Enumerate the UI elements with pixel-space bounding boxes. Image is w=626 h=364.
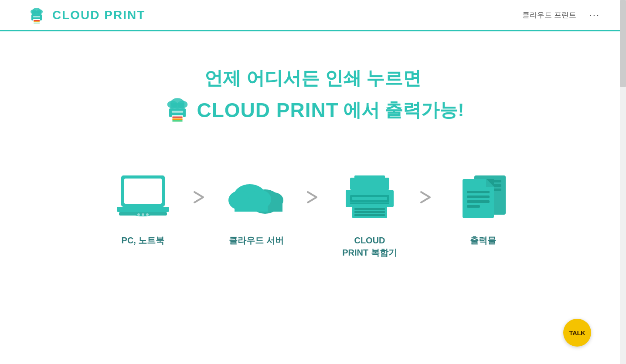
svg-rect-22 xyxy=(117,207,169,212)
svg-rect-21 xyxy=(124,179,162,204)
hero-suffix-text: 에서 출력가능! xyxy=(343,98,464,122)
logo-area[interactable]: CLOUD PRINT xyxy=(26,5,145,26)
svg-rect-37 xyxy=(354,175,385,184)
svg-point-26 xyxy=(142,213,144,216)
svg-point-25 xyxy=(137,213,140,216)
flow-item-pc: PC, 노트북 xyxy=(104,169,182,246)
hero-printer-icon xyxy=(162,95,193,125)
svg-rect-41 xyxy=(350,202,389,204)
printer-icon xyxy=(339,169,400,226)
svg-rect-43 xyxy=(354,208,385,210)
laptop-svg xyxy=(115,173,171,221)
printer-svg xyxy=(339,171,400,223)
svg-rect-54 xyxy=(467,195,490,198)
talk-button-label: TALK xyxy=(569,329,585,337)
logo-printer-icon xyxy=(26,5,47,26)
laptop-icon xyxy=(112,169,174,226)
flow-arrow-2 xyxy=(296,169,330,226)
svg-rect-15 xyxy=(171,111,183,112)
svg-rect-44 xyxy=(354,211,385,213)
hero-brand-text: CLOUD PRINT xyxy=(197,98,339,122)
arrow-right-icon-3 xyxy=(418,189,435,206)
flow-label-cloud: 클라우드 서버 xyxy=(229,234,284,246)
svg-rect-35 xyxy=(235,199,268,212)
svg-rect-17 xyxy=(172,117,182,118)
nav-link-cloud-print[interactable]: 클라우드 프린트 xyxy=(522,10,576,20)
scrollbar-track[interactable] xyxy=(620,0,626,364)
svg-rect-40 xyxy=(352,197,387,200)
document-icon xyxy=(452,169,514,226)
flow-item-printer: CLOUD PRINT 복합기 xyxy=(330,169,409,259)
svg-rect-18 xyxy=(172,118,182,120)
header: CLOUD PRINT 클라우드 프린트 ··· xyxy=(0,0,626,31)
nav-more-button[interactable]: ··· xyxy=(589,10,600,21)
svg-rect-13 xyxy=(170,103,184,108)
flow-label-printer: CLOUD PRINT 복합기 xyxy=(342,234,397,259)
hero-section: 언제 어디서든 인쇄 누르면 CLOUD PRINT 에서 출력가능! xyxy=(0,31,626,152)
flow-section: PC, 노트북 클라우드 서버 xyxy=(0,152,626,285)
svg-rect-56 xyxy=(467,205,480,208)
flow-arrow-3 xyxy=(409,169,444,226)
flow-label-output: 출력물 xyxy=(470,234,496,246)
svg-rect-45 xyxy=(354,214,385,216)
svg-rect-53 xyxy=(467,191,490,193)
svg-rect-55 xyxy=(467,200,490,203)
flow-item-cloud: 클라우드 서버 xyxy=(217,169,296,246)
talk-button[interactable]: TALK xyxy=(563,319,591,347)
scrollbar-thumb[interactable] xyxy=(620,0,626,87)
svg-rect-8 xyxy=(34,21,40,22)
svg-point-27 xyxy=(146,213,149,216)
nav-area: 클라우드 프린트 ··· xyxy=(522,10,600,21)
svg-rect-19 xyxy=(172,120,182,121)
hero-line2: CLOUD PRINT 에서 출력가능! xyxy=(162,95,464,125)
svg-rect-7 xyxy=(34,20,40,21)
logo-text: CLOUD PRINT xyxy=(52,8,145,22)
flow-arrow-1 xyxy=(182,169,217,226)
flow-label-pc: PC, 노트북 xyxy=(122,234,165,246)
hero-line1: 언제 어디서든 인쇄 누르면 xyxy=(204,66,421,91)
flow-item-output: 출력물 xyxy=(444,169,522,246)
arrow-right-icon-2 xyxy=(304,189,322,206)
cloud-svg xyxy=(226,173,287,221)
cloud-icon xyxy=(226,169,287,226)
svg-rect-3 xyxy=(32,11,41,14)
document-svg xyxy=(455,171,511,223)
svg-rect-9 xyxy=(34,23,40,24)
svg-rect-5 xyxy=(33,16,40,17)
arrow-right-icon-1 xyxy=(191,189,208,206)
